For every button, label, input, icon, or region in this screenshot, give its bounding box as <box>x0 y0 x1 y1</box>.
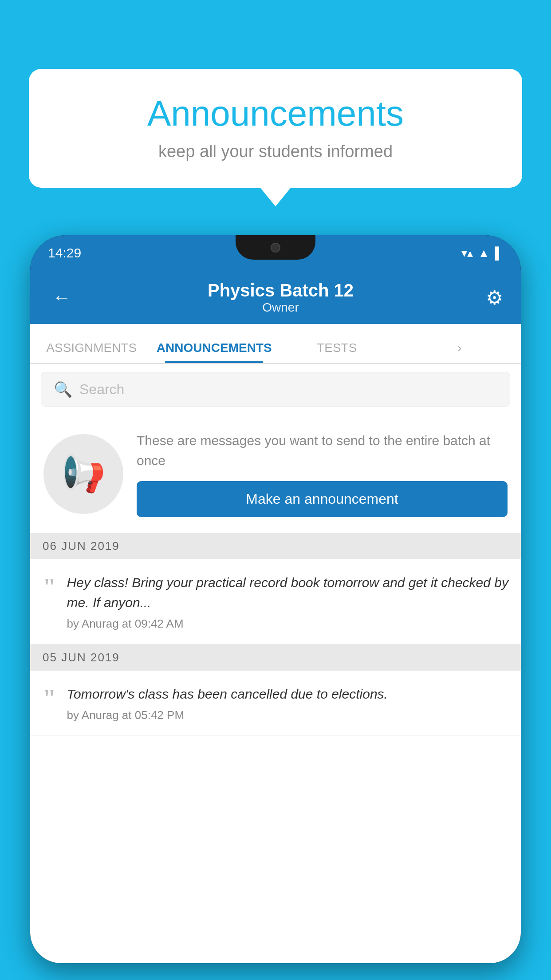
tab-tests[interactable]: TESTS <box>276 323 398 363</box>
back-button[interactable]: ← <box>48 282 75 312</box>
announcement-meta-2: by Anurag at 05:42 PM <box>67 708 508 722</box>
phone-screen: ← Physics Batch 12 Owner ⚙ ASSIGNMENTS A… <box>30 271 521 963</box>
search-placeholder: Search <box>79 381 124 398</box>
tab-more[interactable]: › <box>398 323 521 363</box>
announcement-content-1: Hey class! Bring your practical record b… <box>67 573 508 631</box>
bubble-title: Announcements <box>55 93 496 134</box>
announcement-item-2[interactable]: " Tomorrow's class has been cancelled du… <box>30 671 521 736</box>
search-bar[interactable]: 🔍 Search <box>41 372 510 407</box>
announcement-item-1[interactable]: " Hey class! Bring your practical record… <box>30 559 521 644</box>
date-separator-1: 06 JUN 2019 <box>30 533 521 559</box>
app-header: ← Physics Batch 12 Owner ⚙ <box>30 271 521 324</box>
notch-camera <box>271 243 280 253</box>
status-time: 14:29 <box>48 245 81 261</box>
announcement-prompt: 📢 These are messages you want to send to… <box>30 415 521 533</box>
header-title: Physics Batch 12 <box>208 281 354 300</box>
wifi-icon: ▾▴ <box>461 246 473 260</box>
settings-icon[interactable]: ⚙ <box>486 286 503 309</box>
date-separator-2: 05 JUN 2019 <box>30 644 521 671</box>
announcement-text-1: Hey class! Bring your practical record b… <box>67 573 508 612</box>
notch <box>236 235 315 260</box>
search-container: 🔍 Search <box>30 364 521 415</box>
header-subtitle: Owner <box>208 300 354 315</box>
tab-announcements[interactable]: ANNOUNCEMENTS <box>153 323 276 363</box>
speech-bubble-section: Announcements keep all your students inf… <box>29 69 522 188</box>
announcement-meta-1: by Anurag at 09:42 AM <box>67 617 508 631</box>
megaphone-icon: 📢 <box>61 453 106 495</box>
tab-assignments[interactable]: ASSIGNMENTS <box>30 323 153 363</box>
prompt-description: These are messages you want to send to t… <box>137 431 508 470</box>
battery-icon: ▌ <box>495 246 503 260</box>
status-icons: ▾▴ ▲ ▌ <box>461 246 503 260</box>
bubble-subtitle: keep all your students informed <box>55 142 496 161</box>
header-title-group: Physics Batch 12 Owner <box>208 281 354 315</box>
prompt-right: These are messages you want to send to t… <box>137 431 508 517</box>
signal-icon: ▲ <box>478 246 490 260</box>
quote-icon-2: " <box>43 686 56 710</box>
announcement-text-2: Tomorrow's class has been cancelled due … <box>67 684 508 704</box>
status-bar: 14:29 ▾▴ ▲ ▌ <box>30 235 521 271</box>
make-announcement-button[interactable]: Make an announcement <box>137 481 508 517</box>
speech-bubble: Announcements keep all your students inf… <box>29 69 522 188</box>
search-icon: 🔍 <box>54 380 72 398</box>
quote-icon-1: " <box>43 574 56 599</box>
announcement-content-2: Tomorrow's class has been cancelled due … <box>67 684 508 722</box>
phone-frame: 14:29 ▾▴ ▲ ▌ ← Physics Batch 12 Owner ⚙ <box>30 235 521 963</box>
tabs-container: ASSIGNMENTS ANNOUNCEMENTS TESTS › <box>30 324 521 364</box>
megaphone-circle: 📢 <box>43 434 123 514</box>
phone-container: 14:29 ▾▴ ▲ ▌ ← Physics Batch 12 Owner ⚙ <box>30 235 521 980</box>
